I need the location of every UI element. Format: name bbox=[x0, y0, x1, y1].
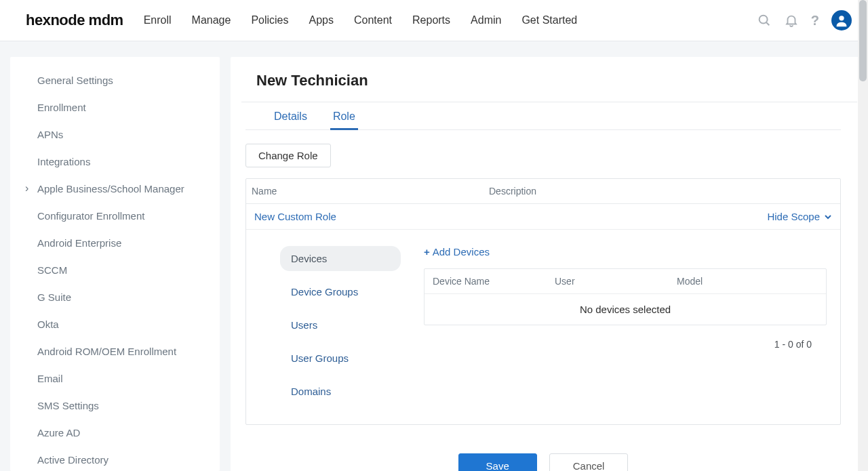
sidebar-item-abm[interactable]: Apple Business/School Manager bbox=[10, 175, 220, 202]
chevron-down-icon bbox=[824, 213, 832, 221]
sidebar-item-android-rom[interactable]: Android ROM/OEM Enrollment bbox=[10, 337, 220, 365]
svg-line-1 bbox=[766, 22, 769, 25]
save-button[interactable]: Save bbox=[458, 453, 537, 471]
nav-content[interactable]: Content bbox=[354, 14, 392, 26]
page-title: New Technician bbox=[245, 72, 841, 102]
sidebar-item-active-directory[interactable]: Active Directory bbox=[10, 446, 220, 471]
col-device-name: Device Name bbox=[433, 276, 555, 287]
nav-enroll[interactable]: Enroll bbox=[144, 14, 172, 26]
sidebar-item-apns[interactable]: APNs bbox=[10, 121, 220, 148]
scope-tab-device-groups[interactable]: Device Groups bbox=[280, 279, 401, 304]
sidebar-item-sccm[interactable]: SCCM bbox=[10, 256, 220, 283]
nav-admin[interactable]: Admin bbox=[471, 14, 501, 26]
add-devices-button[interactable]: + Add Devices bbox=[424, 246, 490, 258]
scope-body: + Add Devices Device Name User Model No … bbox=[424, 246, 827, 404]
search-icon[interactable] bbox=[757, 13, 772, 28]
devices-table-head: Device Name User Model bbox=[425, 269, 826, 294]
sidebar-item-gsuite[interactable]: G Suite bbox=[10, 283, 220, 310]
devices-table: Device Name User Model No devices select… bbox=[424, 268, 827, 325]
nav-manage[interactable]: Manage bbox=[192, 14, 231, 26]
scope-tabs: Devices Device Groups Users User Groups … bbox=[280, 246, 401, 404]
help-icon[interactable]: ? bbox=[811, 13, 819, 28]
sidebar-item-integrations[interactable]: Integrations bbox=[10, 148, 220, 175]
change-role-button[interactable]: Change Role bbox=[245, 144, 331, 167]
role-row: New Custom Role Hide Scope bbox=[246, 204, 840, 230]
scope-tab-devices[interactable]: Devices bbox=[280, 246, 401, 271]
plus-icon: + bbox=[424, 246, 430, 258]
nav-policies[interactable]: Policies bbox=[251, 14, 288, 26]
sidebar-item-email[interactable]: Email bbox=[10, 365, 220, 392]
sidebar-item-general-settings[interactable]: General Settings bbox=[10, 66, 220, 94]
scrollbar-thumb[interactable] bbox=[859, 0, 867, 81]
role-table-head: Name Description bbox=[246, 179, 840, 204]
main-panel: New Technician Details Role Change Role … bbox=[231, 57, 868, 471]
sidebar-item-okta[interactable]: Okta bbox=[10, 310, 220, 337]
hide-scope-label: Hide Scope bbox=[767, 211, 820, 222]
sidebar-item-enrollment[interactable]: Enrollment bbox=[10, 94, 220, 121]
cancel-button[interactable]: Cancel bbox=[549, 453, 629, 471]
tab-role[interactable]: Role bbox=[330, 110, 358, 129]
col-name: Name bbox=[252, 186, 489, 197]
scope-tab-user-groups[interactable]: User Groups bbox=[280, 346, 401, 371]
role-box: Name Description New Custom Role Hide Sc… bbox=[245, 178, 841, 425]
scope-tab-users[interactable]: Users bbox=[280, 312, 401, 337]
col-model: Model bbox=[677, 276, 818, 287]
nav-apps[interactable]: Apps bbox=[309, 14, 334, 26]
col-user: User bbox=[555, 276, 677, 287]
top-nav: Enroll Manage Policies Apps Content Repo… bbox=[144, 14, 578, 26]
sidebar-item-azure-ad[interactable]: Azure AD bbox=[10, 419, 220, 446]
scrollbar[interactable] bbox=[858, 0, 868, 471]
col-description: Description bbox=[489, 186, 831, 197]
empty-state: No devices selected bbox=[425, 294, 826, 325]
nav-get-started[interactable]: Get Started bbox=[521, 14, 577, 26]
app-header: hexnode mdm Enroll Manage Policies Apps … bbox=[0, 0, 868, 41]
sidebar-item-sms[interactable]: SMS Settings bbox=[10, 392, 220, 419]
scope-tab-domains[interactable]: Domains bbox=[280, 379, 401, 404]
footer-actions: Save Cancel bbox=[245, 453, 841, 471]
avatar[interactable] bbox=[831, 10, 852, 30]
sidebar-item-configurator[interactable]: Configurator Enrollment bbox=[10, 202, 220, 229]
header-right: ? bbox=[757, 10, 852, 30]
sidebar: General Settings Enrollment APNs Integra… bbox=[10, 57, 220, 471]
nav-reports[interactable]: Reports bbox=[412, 14, 450, 26]
hide-scope-toggle[interactable]: Hide Scope bbox=[767, 211, 832, 222]
pager: 1 - 0 of 0 bbox=[424, 325, 827, 350]
bell-icon[interactable] bbox=[784, 13, 799, 28]
role-name-link[interactable]: New Custom Role bbox=[254, 211, 336, 222]
add-devices-label: Add Devices bbox=[433, 246, 490, 258]
brand-logo: hexnode mdm bbox=[26, 12, 123, 29]
scope-panel: Devices Device Groups Users User Groups … bbox=[246, 230, 840, 424]
svg-point-0 bbox=[759, 16, 767, 24]
tab-details[interactable]: Details bbox=[271, 110, 310, 129]
detail-tabs: Details Role bbox=[245, 102, 841, 130]
sidebar-item-android-enterprise[interactable]: Android Enterprise bbox=[10, 229, 220, 256]
svg-point-2 bbox=[839, 16, 844, 20]
